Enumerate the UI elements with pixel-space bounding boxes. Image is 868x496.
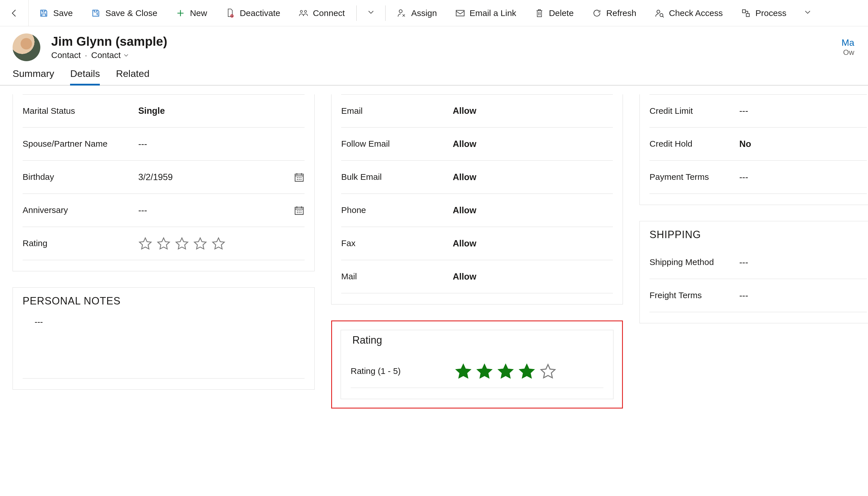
- owner-link[interactable]: Ma: [842, 37, 854, 48]
- process-button[interactable]: Process: [733, 5, 794, 21]
- process-icon: [741, 8, 751, 18]
- new-button[interactable]: New: [168, 5, 215, 21]
- save-close-icon: [91, 8, 101, 18]
- mail-value[interactable]: Allow: [453, 272, 613, 282]
- owner-label: Ow: [842, 48, 854, 57]
- svg-rect-8: [746, 13, 750, 17]
- svg-point-3: [399, 10, 402, 13]
- personal-notes-title: PERSONAL NOTES: [22, 288, 305, 312]
- phone-value[interactable]: Allow: [453, 205, 613, 216]
- freight-terms-value[interactable]: ---: [739, 291, 867, 301]
- calendar-icon[interactable]: [294, 172, 305, 183]
- marital-status-value[interactable]: Single: [138, 106, 305, 116]
- rating-label: Rating: [22, 235, 135, 251]
- credit-hold-label: Credit Hold: [650, 136, 736, 152]
- process-dropdown[interactable]: [797, 4, 819, 21]
- check-access-icon: [655, 8, 664, 18]
- shipping-method-value[interactable]: ---: [739, 257, 867, 267]
- save-close-button[interactable]: Save & Close: [83, 5, 165, 21]
- chevron-down-icon: [367, 8, 375, 16]
- svg-rect-7: [743, 10, 746, 13]
- assign-icon: [397, 8, 407, 18]
- svg-point-2: [305, 10, 307, 12]
- delete-label: Delete: [549, 8, 574, 18]
- personal-notes-value[interactable]: ---: [22, 312, 305, 378]
- svg-rect-4: [456, 10, 464, 16]
- bulk-email-label: Bulk Email: [341, 169, 450, 185]
- marital-status-label: Marital Status: [22, 103, 135, 119]
- email-link-label: Email a Link: [470, 8, 516, 18]
- rating-stars-empty[interactable]: [138, 236, 305, 251]
- tab-related[interactable]: Related: [116, 68, 149, 85]
- record-title: Jim Glynn (sample): [51, 34, 167, 49]
- refresh-label: Refresh: [606, 8, 636, 18]
- anniversary-label: Anniversary: [22, 202, 135, 218]
- back-button[interactable]: [0, 0, 29, 26]
- process-label: Process: [755, 8, 786, 18]
- tab-details[interactable]: Details: [70, 68, 100, 85]
- shipping-title: SHIPPING: [650, 221, 867, 246]
- record-header: Jim Glynn (sample) Contact · Contact Ma …: [0, 26, 868, 63]
- birthday-value[interactable]: 3/2/1959: [138, 172, 291, 182]
- birthday-label: Birthday: [22, 169, 135, 185]
- save-button[interactable]: Save: [31, 5, 81, 21]
- tab-summary[interactable]: Summary: [13, 68, 54, 85]
- form-stage: Marital Status Single Spouse/Partner Nam…: [0, 86, 868, 417]
- check-access-button[interactable]: Check Access: [646, 5, 731, 21]
- delete-button[interactable]: Delete: [527, 5, 582, 21]
- connect-dropdown[interactable]: [360, 4, 382, 21]
- svg-point-1: [300, 10, 302, 12]
- shipping-method-label: Shipping Method: [650, 254, 736, 270]
- email-value[interactable]: Allow: [453, 106, 613, 116]
- bulk-email-value[interactable]: Allow: [453, 172, 613, 182]
- connect-button[interactable]: Connect: [291, 5, 353, 21]
- dot-separator: ·: [85, 50, 87, 60]
- command-separator: [385, 5, 385, 21]
- owner-box: Ma Ow: [842, 37, 855, 57]
- avatar: [13, 33, 40, 61]
- plus-icon: [176, 8, 185, 18]
- contact-pref-card: Email Allow Follow Email Allow Bulk Emai…: [331, 94, 623, 305]
- credit-limit-value[interactable]: ---: [739, 106, 867, 116]
- delete-icon: [534, 8, 544, 18]
- email-icon: [455, 8, 465, 18]
- follow-email-value[interactable]: Allow: [453, 139, 613, 149]
- spouse-value[interactable]: ---: [138, 139, 305, 149]
- deactivate-icon: [225, 8, 235, 18]
- credit-hold-value[interactable]: No: [739, 139, 867, 149]
- save-icon: [39, 8, 49, 18]
- mail-label: Mail: [341, 268, 450, 285]
- shipping-card: SHIPPING Shipping Method --- Freight Ter…: [639, 221, 868, 323]
- follow-email-label: Follow Email: [341, 136, 450, 152]
- rating-stars[interactable]: [455, 363, 604, 380]
- refresh-button[interactable]: Refresh: [584, 5, 644, 21]
- email-label: Email: [341, 103, 450, 119]
- deactivate-label: Deactivate: [240, 8, 280, 18]
- payment-terms-value[interactable]: ---: [739, 172, 867, 182]
- anniversary-value[interactable]: ---: [138, 205, 291, 216]
- record-entity: Contact: [51, 50, 81, 60]
- phone-label: Phone: [341, 202, 450, 218]
- billing-card: Credit Limit --- Credit Hold No Payment …: [639, 94, 868, 205]
- save-close-label: Save & Close: [105, 8, 157, 18]
- rating-card: Rating Rating (1 - 5): [340, 330, 613, 399]
- svg-point-5: [657, 10, 660, 13]
- connect-icon: [299, 8, 308, 18]
- assign-label: Assign: [411, 8, 437, 18]
- chevron-down-icon: [123, 52, 129, 58]
- assign-button[interactable]: Assign: [389, 5, 445, 21]
- rating-highlight: Rating Rating (1 - 5): [331, 321, 623, 408]
- chevron-down-icon: [804, 8, 812, 16]
- personal-notes-card: PERSONAL NOTES ---: [13, 287, 315, 390]
- save-label: Save: [53, 8, 73, 18]
- deactivate-button[interactable]: Deactivate: [217, 5, 288, 21]
- spouse-label: Spouse/Partner Name: [22, 136, 135, 152]
- email-link-button[interactable]: Email a Link: [447, 5, 524, 21]
- personal-card: Marital Status Single Spouse/Partner Nam…: [13, 94, 315, 271]
- calendar-icon[interactable]: [294, 205, 305, 216]
- refresh-icon: [592, 8, 602, 18]
- rating-section-title: Rating: [351, 330, 604, 355]
- form-picker[interactable]: Contact: [91, 50, 129, 60]
- fax-value[interactable]: Allow: [453, 238, 613, 249]
- svg-point-6: [660, 13, 663, 17]
